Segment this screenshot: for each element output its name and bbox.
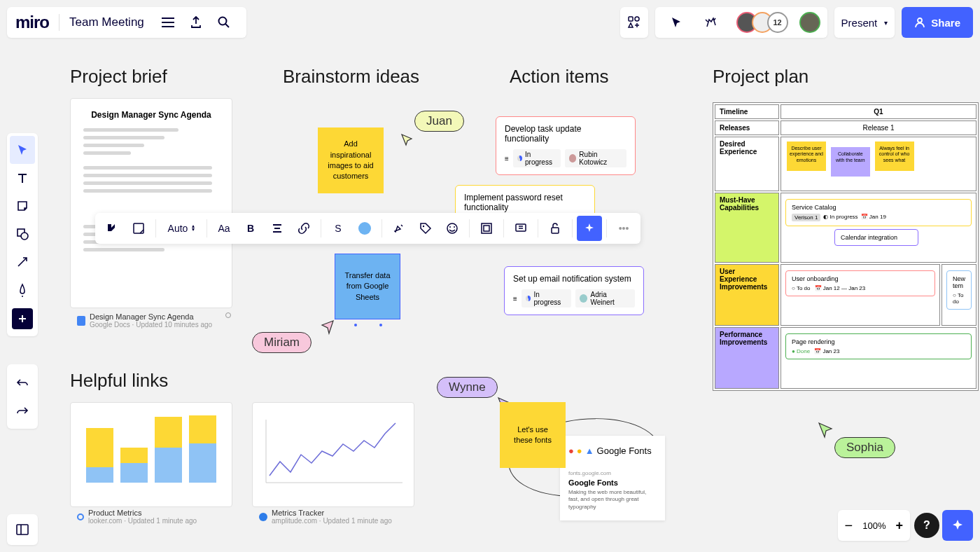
assignee-tag: Adria Weinert (575, 289, 635, 308)
document-meta: Design Manager Sync Agenda Google Docs ·… (77, 312, 212, 329)
reactions-icon[interactable] (697, 8, 725, 36)
width-auto[interactable]: Auto▴▾ (160, 216, 202, 241)
bold-button[interactable]: B (238, 216, 263, 241)
cursor-label-sophia: Sophia (834, 437, 895, 458)
plan-card-render[interactable]: Page rendering ● Done📅 Jan 23 (785, 333, 972, 359)
svg-rect-9 (516, 224, 526, 231)
cursor-label-wynne: Wynne (437, 377, 498, 398)
svg-point-4 (447, 223, 457, 233)
task-card-3[interactable]: Set up email notification system ≡ In pr… (504, 266, 644, 315)
more-icon[interactable]: ••• (611, 216, 636, 241)
canvas[interactable]: Project brief Brainstorm ideas Action it… (0, 0, 980, 552)
svg-rect-12 (629, 17, 633, 21)
svg-rect-8 (484, 226, 489, 231)
panel-toggle[interactable] (7, 514, 38, 545)
avatar-self[interactable] (799, 12, 820, 33)
hamburger-icon[interactable] (154, 8, 182, 36)
emoji-icon[interactable] (440, 216, 465, 241)
undo-button[interactable] (10, 368, 35, 396)
arrow-tool[interactable] (10, 248, 35, 276)
select-tool[interactable] (10, 136, 35, 164)
comment-icon[interactable] (508, 216, 533, 241)
cursor-arrow-icon (818, 422, 834, 439)
sticky-transfer-selected[interactable]: Transfer data from Google Sheets (335, 254, 400, 319)
section-title-links: Helpful links (70, 370, 168, 392)
sync-icon (225, 312, 231, 318)
highlight-icon[interactable] (386, 216, 412, 241)
search-icon[interactable] (210, 8, 238, 36)
font-family[interactable]: Aa (211, 216, 237, 241)
document-card[interactable]: Design Manager Sync Agenda (70, 98, 232, 308)
export-icon[interactable] (182, 8, 210, 36)
plan-card-calendar[interactable]: Calendar integration (834, 229, 918, 246)
sticky-fonts[interactable]: Let's use these fonts (500, 402, 566, 468)
status-tag: In progress (513, 149, 561, 167)
section-title-actions: Action items (510, 66, 609, 88)
collab-tools: 12 (655, 7, 827, 38)
cursor-icon[interactable] (662, 8, 690, 36)
lock-icon[interactable] (542, 216, 568, 241)
svg-point-16 (21, 233, 28, 240)
board-title[interactable]: Team Meeting (69, 15, 144, 29)
note-icon[interactable] (126, 216, 151, 241)
link-icon[interactable] (291, 216, 316, 241)
task-title: Implement password reset functionality (464, 193, 586, 212)
plan-card-newtem[interactable]: New tem ○ To do (946, 270, 972, 310)
help-button[interactable]: ? (914, 513, 939, 538)
ai-assist-button[interactable] (942, 510, 973, 541)
size-button[interactable]: S (326, 216, 351, 241)
share-button[interactable]: Share (902, 7, 973, 38)
undo-redo-panel (7, 364, 38, 429)
miro-logo[interactable]: miro (15, 13, 49, 32)
card-type-icon[interactable] (99, 216, 125, 241)
zoom-out-button[interactable]: − (845, 518, 853, 534)
svg-point-14 (918, 18, 922, 22)
link-meta: Product Metricslooker.com · Updated 1 mi… (77, 509, 197, 525)
add-tool[interactable] (12, 308, 33, 329)
shape-tool[interactable] (10, 220, 35, 248)
cursor-label-miriam: Miriam (252, 332, 312, 353)
link-card-tracker[interactable] (252, 402, 414, 507)
top-bar: miro Team Meeting 12 Present▾ Share (7, 7, 973, 38)
zoom-level[interactable]: 100% (862, 520, 886, 531)
left-toolbar (7, 133, 38, 336)
ai-sparkle-icon[interactable] (577, 216, 602, 241)
plan-card-onboarding[interactable]: User onboarding ○ To do📅 Jan 12 — Jan 23 (785, 270, 935, 296)
context-toolbar[interactable]: Auto▴▾ Aa B S ••• (95, 213, 640, 244)
line-chart-icon (262, 413, 402, 490)
gfonts-heading: Google Fonts (568, 478, 657, 487)
zoom-in-button[interactable]: + (895, 518, 903, 533)
svg-rect-17 (17, 525, 28, 534)
status-tag: In progress (522, 289, 571, 308)
present-button[interactable]: Present▾ (834, 7, 895, 38)
project-plan-table[interactable]: TimelineQ1 ReleasesRelease 1 Desired Exp… (713, 102, 979, 391)
link-meta: Metrics Trackeramplitude.com · Updated 1… (259, 509, 392, 525)
layout-icon[interactable] (474, 216, 499, 241)
sticky-tool[interactable] (10, 192, 35, 220)
gdocs-icon (77, 316, 85, 326)
align-icon[interactable] (265, 216, 290, 241)
svg-point-5 (449, 226, 451, 228)
cursor-arrow-icon (319, 319, 336, 336)
tag-icon[interactable] (413, 216, 438, 241)
task-title: Develop task update functionality (505, 124, 626, 144)
pen-tool[interactable] (10, 276, 35, 304)
task-title: Set up email notification system (513, 274, 635, 284)
task-card-1[interactable]: Develop task update functionality ≡ In p… (496, 116, 636, 175)
svg-rect-7 (482, 223, 491, 233)
svg-point-3 (423, 226, 424, 227)
link-card-metrics[interactable] (70, 402, 232, 507)
plan-card-catalog[interactable]: Service Catalog Verison 1◐ In progress📅 … (785, 199, 972, 226)
apps-button[interactable] (620, 7, 648, 38)
redo-button[interactable] (10, 396, 35, 425)
cursor-arrow-icon (400, 133, 414, 147)
google-fonts-card[interactable]: ●●▲ Google Fonts fonts.google.com Google… (560, 436, 665, 520)
list-icon: ≡ (505, 155, 509, 163)
zoom-controls: − 100% + (838, 510, 910, 541)
sticky-inspirational[interactable]: Add inspirational images to aid customer… (318, 127, 384, 193)
fill-color[interactable] (352, 216, 377, 241)
text-tool[interactable] (10, 164, 35, 192)
participant-count[interactable]: 12 (767, 12, 788, 33)
gfonts-desc: Making the web more beautiful, fast, and… (568, 489, 657, 511)
amplitude-icon (259, 513, 267, 521)
